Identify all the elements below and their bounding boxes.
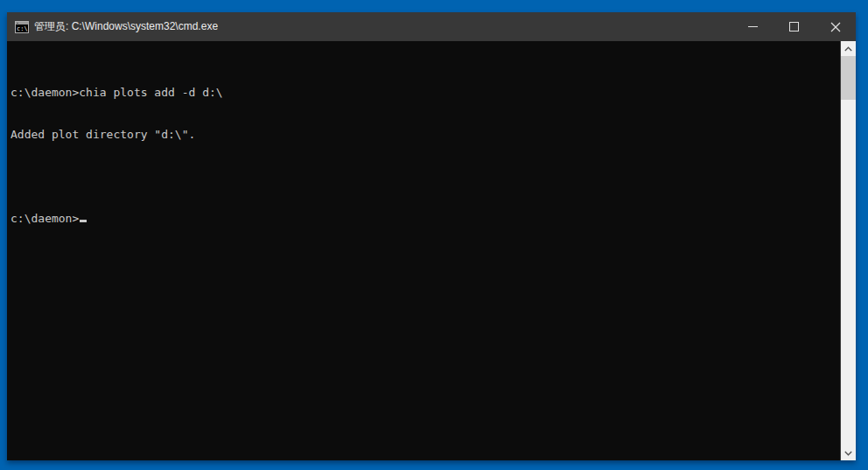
scrollbar-track[interactable] [841, 56, 856, 445]
maximize-icon [789, 22, 799, 32]
scroll-up-button[interactable] [841, 41, 856, 56]
chevron-down-icon [844, 451, 852, 456]
vertical-scrollbar [840, 41, 856, 460]
terminal-prompt: c:\daemon> [10, 212, 79, 225]
text-cursor [80, 220, 87, 222]
terminal-line [10, 170, 836, 184]
cmd-window: c:\ 管理员: C:\Windows\system32\cmd.exe c:\… [7, 12, 856, 460]
scrollbar-thumb[interactable] [841, 56, 856, 100]
terminal-line: c:\daemon>chia plots add -d d:\ [10, 86, 836, 100]
maximize-button[interactable] [774, 12, 815, 41]
minimize-button[interactable] [732, 12, 774, 41]
close-button[interactable] [815, 12, 856, 41]
desktop-background: c:\ 管理员: C:\Windows\system32\cmd.exe c:\… [0, 0, 868, 470]
minimize-icon [748, 26, 758, 27]
cmd-icon: c:\ [15, 20, 29, 34]
terminal-line: Added plot directory "d:\". [10, 128, 836, 142]
client-area: c:\daemon>chia plots add -d d:\ Added pl… [7, 41, 856, 460]
svg-text:c:\: c:\ [17, 25, 28, 32]
chevron-up-icon [844, 46, 852, 52]
titlebar[interactable]: c:\ 管理员: C:\Windows\system32\cmd.exe [7, 12, 856, 41]
window-title: 管理员: C:\Windows\system32\cmd.exe [34, 19, 218, 34]
terminal-screen[interactable]: c:\daemon>chia plots add -d d:\ Added pl… [7, 41, 840, 460]
terminal-prompt-line: c:\daemon> [10, 212, 836, 226]
close-icon [830, 22, 841, 32]
scroll-down-button[interactable] [841, 445, 856, 460]
